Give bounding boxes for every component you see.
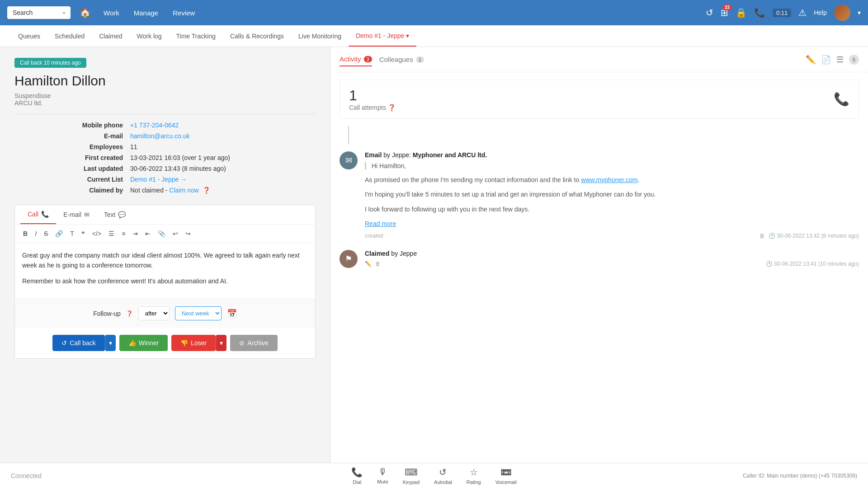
followup-row: Follow-up ❓ after Next week 📅 bbox=[15, 299, 315, 328]
quote-button[interactable]: ❝ bbox=[79, 228, 88, 239]
strikethrough-button[interactable]: S bbox=[41, 228, 51, 239]
calendar-icon[interactable]: 📅 bbox=[227, 309, 237, 319]
indent-button[interactable]: ⇥ bbox=[130, 228, 141, 239]
last-updated-value: 30-06-2022 13:43 (8 minutes ago) bbox=[130, 165, 316, 172]
loser-button[interactable]: 👎 Loser bbox=[171, 335, 216, 351]
claimed-by-value: Not claimed - Claim now ❓ bbox=[130, 187, 316, 194]
email-activity-body: Email by Jeppe: Myphoner and ARCU ltd. H… bbox=[365, 151, 859, 239]
activity-item-claimed: ⚑ Claimed by Jeppe ✏️ 🗑 🕐 30-06-2022 13:… bbox=[340, 250, 859, 268]
email-timestamp: 🕐 30-06-2022 13:42 (8 minutes ago) bbox=[769, 233, 859, 239]
sub-nav: Queues Scheduled Claimed Work log Time T… bbox=[0, 25, 868, 47]
warning-icon[interactable]: ⚠ bbox=[798, 7, 807, 18]
list-count-badge: 5 bbox=[849, 55, 859, 65]
callbk-split-button[interactable]: ▾ bbox=[105, 335, 116, 351]
call-label: Call attempts ❓ bbox=[349, 104, 396, 111]
help-button[interactable]: Help bbox=[814, 9, 827, 16]
grid-icon[interactable]: ⊞ 33 bbox=[721, 7, 728, 18]
read-more-link[interactable]: Read more bbox=[365, 220, 396, 227]
text-tab-icon: 💬 bbox=[118, 211, 126, 218]
tab-email[interactable]: E-mail ✉ bbox=[56, 205, 97, 224]
flag-activity-icon: ⚑ bbox=[340, 250, 358, 268]
outdent-button[interactable]: ⇤ bbox=[142, 228, 153, 239]
mobile-label: Mobile phone bbox=[51, 122, 123, 129]
current-list-label: Current List bbox=[51, 176, 123, 183]
tab-activity[interactable]: Activity 3 bbox=[340, 52, 372, 66]
email-link[interactable]: hamilton@arcu.co.uk bbox=[130, 132, 190, 140]
subnav-queues[interactable]: Queues bbox=[11, 26, 47, 46]
email-value: hamilton@arcu.co.uk bbox=[130, 132, 316, 140]
italic-button[interactable]: I bbox=[32, 228, 39, 239]
trash-icon[interactable]: 🗑 bbox=[760, 233, 765, 239]
code-button[interactable]: </> bbox=[90, 228, 104, 239]
list-view-icon[interactable]: ☰ bbox=[836, 55, 844, 65]
phone-icon[interactable]: 📞 bbox=[754, 7, 765, 18]
editor-line1: Great guy and the company match our idea… bbox=[22, 250, 308, 271]
home-icon[interactable]: 🏠 bbox=[76, 4, 94, 22]
trash-icon-2[interactable]: 🗑 bbox=[375, 261, 381, 267]
contact-details: Mobile phone +1 737-204-0642 E-mail hami… bbox=[51, 122, 316, 194]
email-body-line1: As promised on the phone I'm sending my … bbox=[365, 175, 859, 185]
editor-tabs: Call 📞 E-mail ✉ Text 💬 bbox=[15, 205, 315, 225]
subnav-calls-recordings[interactable]: Calls & Recordings bbox=[223, 26, 291, 46]
current-list-value: Demo #1 - Jeppe → bbox=[130, 176, 316, 183]
claim-help-icon[interactable]: ❓ bbox=[203, 187, 210, 194]
email-label: E-mail bbox=[51, 132, 123, 140]
loser-button-group: 👎 Loser ▾ bbox=[171, 335, 226, 351]
claim-now-link[interactable]: Claim now bbox=[169, 187, 198, 194]
editor-line2: Remember to ask how the conference went!… bbox=[22, 276, 308, 286]
edit-icon[interactable]: ✏️ bbox=[365, 261, 372, 267]
tab-text[interactable]: Text 💬 bbox=[97, 205, 133, 224]
subnav-claimed[interactable]: Claimed bbox=[92, 26, 129, 46]
tab-call[interactable]: Call 📞 bbox=[20, 205, 56, 224]
compose-icon[interactable]: ✏️ bbox=[806, 55, 816, 65]
subnav-worklog[interactable]: Work log bbox=[130, 26, 169, 46]
callbk-button-group: ↺ Call back ▾ bbox=[52, 335, 116, 351]
nav-link-review[interactable]: Review bbox=[165, 1, 202, 25]
call-attempts-help-icon[interactable]: ❓ bbox=[388, 104, 396, 111]
avatar-chevron-icon[interactable]: ▾ bbox=[858, 9, 861, 16]
ordered-list-button[interactable]: ≡ bbox=[119, 228, 128, 239]
email-activity-icon: ✉ bbox=[340, 151, 358, 169]
divider bbox=[14, 114, 316, 114]
mobile-link[interactable]: +1 737-204-0642 bbox=[130, 122, 179, 129]
panel-icons: ✏️ 📄 ☰ 5 bbox=[806, 55, 859, 65]
main-content: Call back 10 minutes ago Hamilton Dillon… bbox=[0, 47, 868, 463]
editor-content[interactable]: Great guy and the company match our idea… bbox=[15, 243, 315, 299]
nav-link-manage[interactable]: Manage bbox=[127, 1, 165, 25]
archive-button[interactable]: ⊘ Archive bbox=[230, 335, 278, 351]
bold-button[interactable]: B bbox=[20, 228, 30, 239]
redo-button[interactable]: ↪ bbox=[183, 228, 193, 239]
history-icon[interactable]: ↺ bbox=[706, 7, 713, 18]
current-list-link[interactable]: Demo #1 - Jeppe → bbox=[130, 176, 187, 183]
attachment-button[interactable]: 📎 bbox=[155, 228, 168, 239]
tab-colleagues[interactable]: Colleagues 1 bbox=[379, 53, 424, 66]
lock-icon[interactable]: 🔒 bbox=[736, 7, 747, 18]
search-button[interactable]: Search ▾ bbox=[7, 6, 71, 19]
undo-button[interactable]: ↩ bbox=[170, 228, 181, 239]
link-button[interactable]: 🔗 bbox=[52, 228, 66, 239]
loser-split-button[interactable]: ▾ bbox=[216, 335, 226, 351]
email-tab-icon: ✉ bbox=[84, 211, 90, 218]
subnav-timetracking[interactable]: Time Tracking bbox=[169, 26, 223, 46]
nav-link-work[interactable]: Work bbox=[96, 1, 127, 25]
callbk-button[interactable]: ↺ Call back bbox=[52, 335, 105, 351]
followup-help-icon[interactable]: ❓ bbox=[126, 310, 133, 317]
winner-button[interactable]: 👍 Winner bbox=[119, 335, 168, 351]
subnav-live-monitoring[interactable]: Live Monitoring bbox=[291, 26, 349, 46]
notification-badge: 33 bbox=[722, 5, 732, 10]
archive-icon: ⊘ bbox=[239, 339, 245, 347]
subnav-demo[interactable]: Demo #1 - Jeppe ▾ bbox=[349, 26, 416, 47]
followup-after-select[interactable]: after bbox=[138, 306, 170, 320]
left-panel: Call back 10 minutes ago Hamilton Dillon… bbox=[0, 47, 330, 463]
myphoner-link[interactable]: www.myphoner.com bbox=[581, 176, 637, 183]
subnav-scheduled[interactable]: Scheduled bbox=[47, 26, 92, 46]
document-icon[interactable]: 📄 bbox=[821, 55, 831, 65]
contact-company: ARCU ltd. bbox=[14, 99, 316, 107]
user-avatar[interactable] bbox=[834, 5, 850, 21]
first-created-label: First created bbox=[51, 154, 123, 161]
format-button[interactable]: T bbox=[67, 228, 77, 239]
followup-when-select[interactable]: Next week bbox=[175, 306, 222, 320]
right-panel: Activity 3 Colleagues 1 ✏️ 📄 ☰ 5 1 Call … bbox=[330, 47, 868, 463]
callbk-icon: ↺ bbox=[61, 339, 67, 347]
bullet-list-button[interactable]: ☰ bbox=[106, 228, 117, 239]
